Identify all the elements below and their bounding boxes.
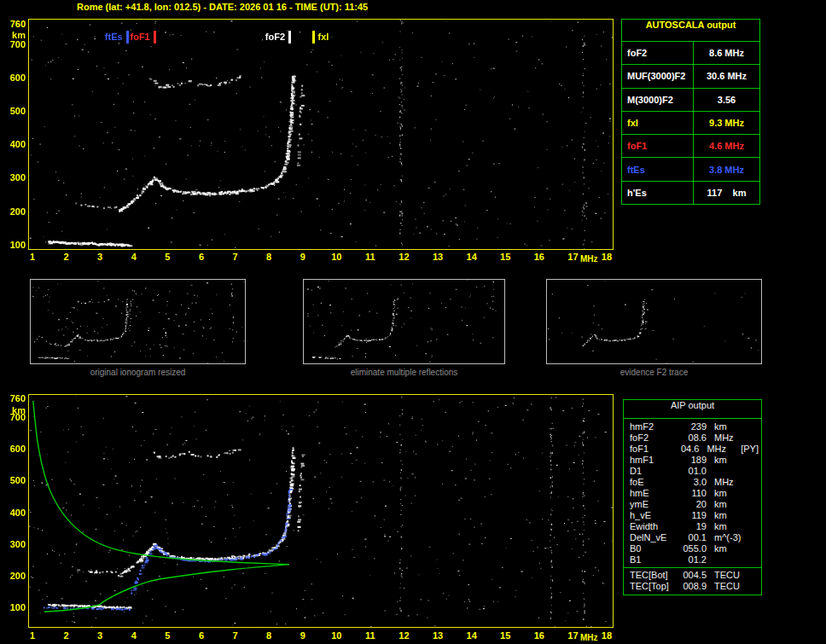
aip-row: B0055.0km xyxy=(624,543,761,554)
top-plot-x-tick-label: 11 xyxy=(360,252,381,262)
aip-row-label: B1 xyxy=(630,554,676,566)
foF2-marker-label: foF2 xyxy=(265,32,285,42)
bottom-plot-y-tick-label: 500 xyxy=(2,475,26,485)
aip-row-value: 119 xyxy=(676,510,707,521)
aip-row-unit: MHz xyxy=(707,477,752,488)
aip-row: foE3.0MHz xyxy=(624,477,761,488)
fxI-marker-label: fxI xyxy=(318,32,329,42)
aip-row-unit: TECU xyxy=(707,570,752,581)
aip-row: h_vE119km xyxy=(624,510,761,521)
thumbnail-original-ionogram xyxy=(30,279,246,364)
aip-row-value: 01.2 xyxy=(676,554,707,566)
aip-row: Ewidth19km xyxy=(624,521,761,532)
bottom-plot-x-tick-label: 9 xyxy=(293,630,313,641)
profile-plot-frame xyxy=(28,394,614,628)
aip-row-label: hmE xyxy=(630,488,676,499)
foF2-marker-tick xyxy=(288,31,291,44)
aip-row-value: 20 xyxy=(676,499,707,510)
aip-row-unit: MHz xyxy=(699,444,741,455)
aip-row-extra xyxy=(752,581,759,592)
ftEs-marker-tick xyxy=(126,31,129,44)
aip-row-unit xyxy=(707,554,752,566)
aip-row-label: DelN_vE xyxy=(630,532,676,543)
bottom-plot-y-tick-label: 600 xyxy=(2,444,26,454)
autoscala-row-label: foF1 xyxy=(622,135,694,157)
autoscala-row-label: h'Es xyxy=(622,182,694,204)
aip-row-unit: km xyxy=(707,499,752,510)
autoscala-row: MUF(3000)F230.6 MHz xyxy=(622,65,759,88)
aip-row-label: h_vE xyxy=(630,510,676,521)
aip-row-label: TEC[Bot] xyxy=(630,570,676,581)
thumbnail-caption-evidence-f2: evidence F2 trace xyxy=(546,368,762,377)
aip-row: hmE110km xyxy=(624,488,761,499)
bottom-plot-x-tick-label: 2 xyxy=(56,630,77,641)
aip-row-extra xyxy=(752,477,759,488)
aip-row-label: hmF1 xyxy=(630,455,676,466)
aip-output-table: AIP output hmF2239kmfoF208.6MHzfoF104.6M… xyxy=(623,399,762,595)
aip-row-value: 3.0 xyxy=(676,477,707,488)
bottom-plot-x-tick-label: 8 xyxy=(259,630,279,641)
aip-row: foF208.6MHz xyxy=(624,432,761,444)
top-plot-y-unit-label: km xyxy=(2,30,26,40)
autoscala-row-value: 30.6 MHz xyxy=(694,65,759,87)
profile-ionogram-canvas xyxy=(29,395,613,627)
aip-row-value: 004.5 xyxy=(676,570,707,581)
aip-row: B101.2 xyxy=(624,554,761,566)
aip-row-extra xyxy=(752,570,759,581)
autoscala-row-label: M(3000)F2 xyxy=(622,89,694,111)
autoscala-row-label: fxI xyxy=(622,112,694,134)
aip-row-label: D1 xyxy=(630,466,676,477)
aip-row-value: 189 xyxy=(676,455,707,466)
bottom-plot-x-tick-label: 4 xyxy=(124,630,144,641)
aip-row-value: 04.6 xyxy=(672,444,700,455)
top-plot-x-tick-label: 4 xyxy=(124,252,144,262)
thumbnail-original-ionogram-canvas xyxy=(31,280,245,363)
autoscala-row: ftEs3.8 MHz xyxy=(622,158,759,181)
autoscala-row-value: 3.8 MHz xyxy=(694,158,759,180)
bottom-plot-y-tick-label: 100 xyxy=(2,602,26,612)
aip-row-label: Ewidth xyxy=(630,521,676,532)
top-plot-x-tick-label: 10 xyxy=(326,252,346,262)
top-plot-x-tick-label: 15 xyxy=(495,252,515,262)
autoscala-row-value: 117 km xyxy=(694,182,759,204)
aip-table-rows: hmF2239kmfoF208.6MHzfoF104.6MHz[PY]hmF11… xyxy=(624,421,761,592)
thumbnail-evidence-f2-trace-canvas xyxy=(547,280,761,363)
aip-row-value: 01.0 xyxy=(676,466,707,477)
aip-row-value: 19 xyxy=(676,521,707,532)
aip-row-label: foF1 xyxy=(630,444,672,455)
bottom-plot-x-tick-label: 6 xyxy=(191,630,212,641)
ionogram-canvas xyxy=(29,20,613,249)
aip-row-extra xyxy=(752,510,759,521)
autoscala-row: h'Es117 km xyxy=(622,182,759,204)
bottom-plot-x-tick-label: 1 xyxy=(22,630,43,641)
aip-row-extra xyxy=(752,421,759,432)
aip-row-extra xyxy=(752,466,759,477)
top-plot-x-tick-label: 3 xyxy=(90,252,110,262)
top-plot-y-tick-label: 700 xyxy=(2,39,26,49)
aip-row: hmF1189km xyxy=(624,455,761,466)
aip-row: TEC[Top]008.9TECU xyxy=(624,581,761,592)
foF1-marker-tick xyxy=(154,31,156,44)
top-plot-x-unit-label: MHz xyxy=(580,254,598,264)
bottom-plot-x-tick-label: 11 xyxy=(360,630,381,641)
bottom-plot-y-tick-label: 400 xyxy=(2,508,26,518)
bottom-plot-x-tick-label: 10 xyxy=(326,630,346,641)
top-plot-x-tick-label: 1 xyxy=(22,252,43,262)
aip-row-label: hmF2 xyxy=(630,421,676,432)
aip-row: ymE20km xyxy=(624,499,761,510)
aip-row-extra xyxy=(752,499,759,510)
bottom-plot-x-tick-label: 13 xyxy=(428,630,448,641)
aip-tec-separator xyxy=(624,567,761,568)
bottom-plot-x-tick-label: 16 xyxy=(529,630,550,641)
aip-row-extra xyxy=(752,521,759,532)
fxI-marker-tick xyxy=(312,31,315,44)
top-plot-y-tick-label: 760 xyxy=(2,19,26,29)
aip-row-extra: [PY] xyxy=(741,444,759,455)
aip-row: hmF2239km xyxy=(624,421,761,432)
aip-row-unit: km xyxy=(707,488,752,499)
aip-row-value: 08.6 xyxy=(676,432,707,444)
aip-row-extra xyxy=(752,532,759,543)
aip-row-label: ymE xyxy=(630,499,676,510)
autoscala-row: foF14.6 MHz xyxy=(622,135,759,158)
bottom-plot-x-tick-label: 3 xyxy=(90,630,110,641)
